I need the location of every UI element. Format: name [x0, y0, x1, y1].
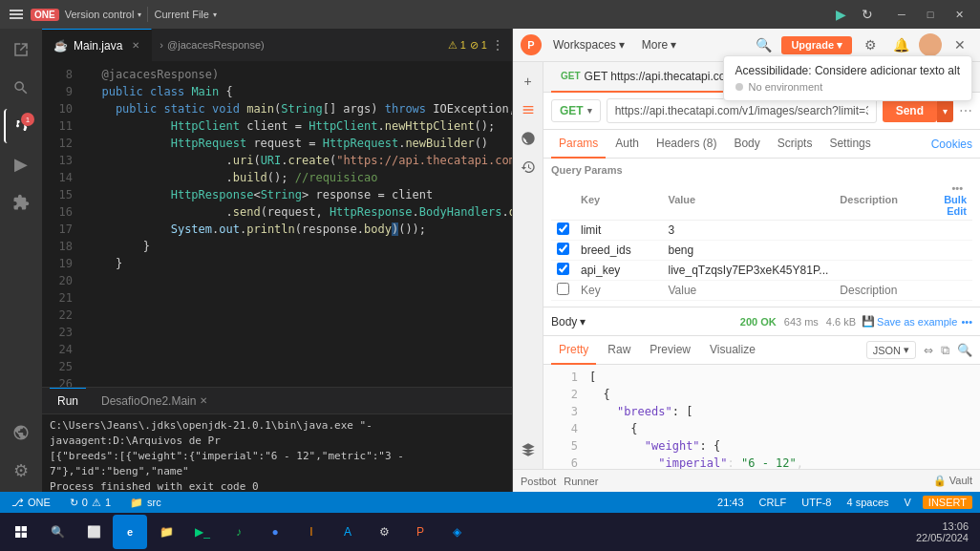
request-tab-get[interactable]: GET GET https://api.thecatapi.co ✕ [551, 62, 750, 93]
run-debug-icon[interactable]: ▶ [4, 147, 38, 181]
run-icon[interactable]: ▶ [831, 5, 850, 24]
edge-btn[interactable]: e [113, 515, 147, 549]
tab-close-icon[interactable]: ✕ [132, 40, 139, 51]
add-key-input[interactable] [581, 284, 656, 297]
bulk-edit-btn[interactable]: Bulk Edit [944, 194, 967, 217]
tab-raw[interactable]: Raw [600, 336, 638, 365]
response-section: Body ▾ 200 OK 643 ms 4.6 kB 💾 [543, 307, 980, 469]
avatar[interactable] [919, 33, 942, 56]
param-checkbox[interactable] [557, 263, 569, 275]
hamburger-icon[interactable] [8, 6, 25, 23]
windows-start-btn[interactable] [4, 515, 38, 549]
tab-main-java[interactable]: ☕ Main.java ✕ [42, 29, 152, 62]
extensions-icon[interactable] [4, 185, 38, 220]
insert-mode-status[interactable]: INSERT [923, 496, 972, 509]
tab-preview[interactable]: Preview [642, 336, 698, 365]
tab-pretty[interactable]: Pretty [551, 336, 596, 365]
word-wrap-icon[interactable]: ⇔ [924, 344, 933, 357]
workspaces-btn[interactable]: Workspaces ▾ [547, 35, 630, 54]
history-icon[interactable] [517, 156, 540, 179]
sync-status[interactable]: ↻ 0 ⚠ 1 [66, 497, 115, 509]
settings-icon[interactable]: ⚙ [858, 32, 883, 57]
vscode-taskbar-btn[interactable]: ◈ [439, 515, 474, 549]
spaces-status[interactable]: 4 spaces [842, 497, 892, 508]
tab-visualize[interactable]: Visualize [702, 336, 763, 365]
code-content[interactable]: @jacacesResponse) public class Main { pu… [80, 62, 512, 387]
add-param-checkbox[interactable] [557, 283, 569, 295]
explorer-taskbar-btn[interactable]: 📁 [149, 515, 183, 549]
search-icon[interactable]: 🔍 [957, 343, 972, 357]
taskview-btn[interactable]: ⬜ [76, 515, 111, 549]
encoding-status[interactable]: UTF-8 [798, 497, 835, 508]
close-button[interactable]: ✕ [946, 5, 972, 24]
upgrade-btn[interactable]: Upgrade ▾ [781, 36, 852, 54]
search-icon[interactable]: 🔍 [751, 32, 776, 57]
new-request-icon[interactable]: + [517, 70, 540, 93]
json-line: 3 "breeds": [ [543, 403, 980, 420]
spotify-btn[interactable]: ♪ [222, 515, 256, 549]
bulk-edit-col: ••• Bulk Edit [927, 180, 972, 221]
app-taskbar-2[interactable]: ⚙ [367, 515, 401, 549]
terminal-content[interactable]: C:\Users\Jeans\.jdks\openjdk-21.0.1\bin\… [42, 414, 512, 492]
vim-status[interactable]: V [901, 497, 915, 508]
add-value-input[interactable] [668, 284, 828, 297]
more-btn[interactable]: More ▾ [636, 35, 682, 54]
line-col-status[interactable]: 21:43 [714, 497, 748, 508]
chevron-down-icon: ▾ [587, 106, 592, 116]
mock-icon[interactable] [517, 438, 540, 461]
method-select[interactable]: GET ▾ [551, 99, 601, 122]
environment-icon[interactable] [517, 127, 540, 150]
json-format-select[interactable]: JSON ▾ [866, 341, 916, 359]
headers-tab[interactable]: Headers (8) [649, 130, 724, 159]
intellij-btn[interactable]: I [294, 515, 329, 549]
app-taskbar-1[interactable]: A [330, 515, 365, 549]
refresh-icon[interactable]: ↻ [858, 5, 877, 24]
close-icon[interactable]: ✕ [948, 32, 972, 57]
code-line: public static void main(String[] args) t… [88, 100, 504, 117]
chrome-btn[interactable]: ● [258, 515, 292, 549]
scripts-tab[interactable]: Scripts [770, 130, 820, 159]
branch-status[interactable]: ⎇ ONE [8, 497, 54, 509]
minimize-button[interactable]: ─ [888, 5, 915, 24]
bell-icon[interactable]: 🔔 [888, 32, 913, 57]
tab-close-icon[interactable]: ✕ [200, 395, 207, 406]
url-input[interactable] [607, 98, 877, 123]
search-taskbar-btn[interactable]: 🔍 [40, 515, 75, 549]
explorer-icon[interactable] [4, 32, 38, 67]
remote-explorer-icon[interactable] [4, 415, 38, 450]
src-status[interactable]: 📁 src [126, 497, 165, 509]
run-tab[interactable]: Run [50, 388, 86, 414]
collection-icon[interactable] [517, 98, 540, 121]
params-tab[interactable]: Params [551, 130, 606, 159]
terminal-taskbar-btn[interactable]: ▶_ [185, 515, 220, 549]
param-checkbox[interactable] [557, 243, 569, 255]
param-checkbox[interactable] [557, 223, 569, 235]
cookies-btn[interactable]: Cookies [931, 138, 972, 151]
activity-bar: 1 ▶ ⚙ [0, 29, 42, 492]
maximize-button[interactable]: □ [917, 5, 944, 24]
version-control-btn[interactable]: Version control ▾ [65, 9, 142, 20]
send-dropdown[interactable]: ▾ [937, 99, 953, 122]
postbot-label[interactable]: Postbot [521, 476, 556, 487]
settings-icon[interactable]: ⚙ [4, 454, 38, 488]
desafio-tab[interactable]: DesafioOne2.Main ✕ [94, 388, 215, 414]
more-dots-icon[interactable]: ••• [951, 182, 963, 194]
runner-label[interactable]: Runner [564, 476, 598, 487]
crlf-status[interactable]: CRLF [756, 497, 791, 508]
taskbar-time: 13:06 22/05/2024 [916, 520, 976, 543]
more-response-icon[interactable]: ••• [961, 315, 972, 328]
split-editor-icon[interactable]: ⋮ [491, 37, 504, 53]
source-control-icon[interactable]: 1 [4, 109, 38, 143]
body-dropdown[interactable]: Body ▾ [551, 315, 586, 328]
current-file-btn[interactable]: Current File ▾ [154, 9, 216, 20]
save-example-btn[interactable]: 💾 Save as example [862, 315, 957, 328]
settings-tab[interactable]: Settings [821, 130, 878, 159]
search-icon[interactable] [4, 71, 38, 105]
copy-icon[interactable]: ⧉ [941, 343, 949, 358]
postman-taskbar-btn[interactable]: P [403, 515, 437, 549]
add-desc-input[interactable] [840, 284, 921, 297]
auth-tab[interactable]: Auth [607, 130, 647, 159]
body-tab[interactable]: Body [726, 130, 767, 159]
send-button[interactable]: Send [883, 99, 937, 122]
more-options-icon[interactable]: ⋯ [959, 103, 972, 118]
